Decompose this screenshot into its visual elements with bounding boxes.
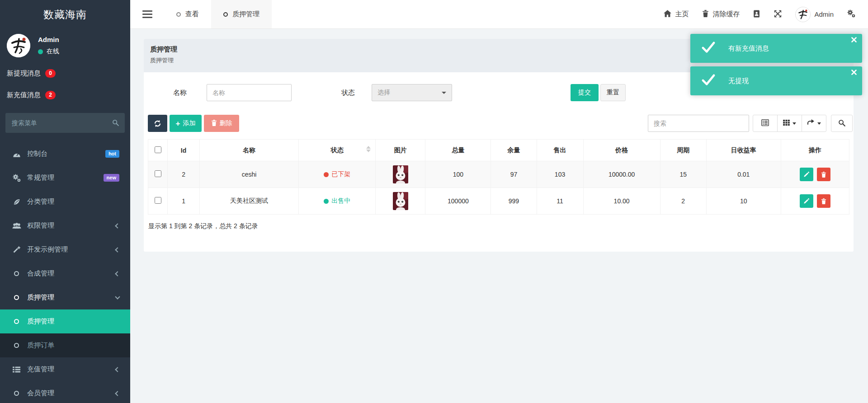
row-delete-button[interactable] xyxy=(817,168,830,181)
sidebar-item-synthesis[interactable]: 合成管理 xyxy=(0,262,130,286)
reset-button[interactable]: 重置 xyxy=(600,84,626,101)
docs-icon xyxy=(753,10,760,19)
home-link[interactable]: 主页 xyxy=(664,10,689,19)
table-view-buttons xyxy=(753,115,826,132)
status-filter-label: 状态 xyxy=(325,84,355,101)
tab-label: 查看 xyxy=(185,10,199,19)
fullscreen-button[interactable] xyxy=(774,10,782,19)
edit-button[interactable] xyxy=(800,194,813,208)
toast-withdraw[interactable]: 无提现 xyxy=(690,66,862,95)
leaf-icon xyxy=(12,198,21,206)
cell-cycle: 2 xyxy=(660,188,706,215)
toast-recharge[interactable]: 有新充值消息 xyxy=(690,34,862,63)
status-dot-icon xyxy=(324,199,329,204)
recharge-notice-link[interactable]: 新充值消息 2 xyxy=(0,84,130,106)
sidebar-item-recharge[interactable]: 充值管理 xyxy=(0,357,130,381)
check-icon xyxy=(701,74,716,88)
detail-view-button[interactable] xyxy=(753,115,778,132)
refresh-button[interactable] xyxy=(148,115,167,132)
col-remain: 余量 xyxy=(491,140,537,161)
advanced-search-button[interactable] xyxy=(831,115,853,132)
sidebar-item-dev-demo[interactable]: 开发示例管理 xyxy=(0,238,130,262)
home-label: 主页 xyxy=(675,10,689,19)
select-all-checkbox[interactable] xyxy=(155,146,161,153)
withdraw-notice-link[interactable]: 新提现消息 0 xyxy=(0,62,130,84)
app-brand: 数藏海南 xyxy=(0,0,130,29)
close-icon[interactable] xyxy=(851,37,857,42)
columns-button[interactable] xyxy=(777,115,802,132)
submit-button[interactable]: 提交 xyxy=(571,84,599,101)
users-icon xyxy=(12,222,21,229)
sidebar-item-pledge-manage[interactable]: 质押管理 xyxy=(0,309,130,333)
select-all-cell xyxy=(148,140,168,161)
sidebar-item-general[interactable]: 常规管理 new xyxy=(0,166,130,190)
pledge-submenu: 质押管理 质押订单 xyxy=(0,309,130,357)
menu-label: 开发示例管理 xyxy=(27,245,68,254)
user-menu[interactable]: Admin xyxy=(795,7,834,22)
cell-remain: 999 xyxy=(491,188,537,215)
cell-rate: 0.01 xyxy=(706,161,781,188)
menu-search-input[interactable] xyxy=(5,113,125,133)
delete-button[interactable]: 删除 xyxy=(204,115,239,132)
name-filter-label: 名称 xyxy=(162,84,187,101)
row-checkbox[interactable] xyxy=(155,170,161,177)
add-button[interactable]: + 添加 xyxy=(170,115,202,132)
cell-price: 10.00 xyxy=(583,188,660,215)
menu-label: 分类管理 xyxy=(27,197,54,206)
hot-badge: hot xyxy=(105,150,119,158)
tab-label: 质押管理 xyxy=(232,10,259,19)
record-summary: 显示第 1 到第 2 条记录，总共 2 条记录 xyxy=(148,222,258,230)
export-button[interactable] xyxy=(802,115,826,132)
product-image[interactable] xyxy=(393,192,408,210)
status-filter-select[interactable]: 选择 xyxy=(372,84,452,101)
online-label: 在线 xyxy=(47,47,59,56)
cell-image xyxy=(376,161,425,188)
close-icon[interactable] xyxy=(851,70,857,75)
clear-cache-link[interactable]: 清除缓存 xyxy=(702,10,740,19)
search-icon xyxy=(838,119,845,128)
check-icon xyxy=(701,41,716,56)
trash-icon xyxy=(211,120,217,127)
sidebar-item-permission[interactable]: 权限管理 xyxy=(0,214,130,238)
sidebar: 数藏海南 Admin 在线 新提现消息 0 新充值消息 2 控制台 hot xyxy=(0,0,130,403)
col-status[interactable]: 状态 xyxy=(299,140,376,161)
sidebar-item-category[interactable]: 分类管理 xyxy=(0,190,130,214)
cogs-icon xyxy=(12,174,21,182)
menu-label: 常规管理 xyxy=(27,173,54,182)
table-search-input[interactable] xyxy=(648,115,749,132)
col-image: 图片 xyxy=(376,140,425,161)
status-dot-icon xyxy=(324,172,329,177)
table-row: 2 ceshi 已下架 100 97 103 10000.00 15 0.01 xyxy=(148,161,849,188)
settings-button[interactable] xyxy=(847,9,855,19)
col-daily-rate: 日收益率 xyxy=(706,140,781,161)
withdraw-notice-badge: 0 xyxy=(45,69,56,78)
sidebar-item-pledge-orders[interactable]: 质押订单 xyxy=(0,333,130,357)
cell-status: 已下架 xyxy=(299,161,376,188)
columns-grid-icon xyxy=(783,119,790,127)
export-icon xyxy=(807,119,815,127)
product-image[interactable] xyxy=(393,165,408,183)
name-filter-input[interactable] xyxy=(207,84,292,101)
docs-button[interactable] xyxy=(753,10,760,19)
col-price: 价格 xyxy=(583,140,660,161)
edit-button[interactable] xyxy=(800,168,813,181)
toast-container: 有新充值消息 无提现 xyxy=(690,34,862,95)
row-delete-button[interactable] xyxy=(817,194,830,208)
withdraw-notice-label: 新提现消息 xyxy=(7,69,41,78)
tab-view[interactable]: 查看 xyxy=(164,0,211,28)
chevron-left-icon xyxy=(115,271,120,276)
menu-label: 质押订单 xyxy=(27,341,54,350)
caret-down-icon xyxy=(442,92,446,94)
user-status: 在线 xyxy=(38,47,59,56)
sidebar-menu: 控制台 hot 常规管理 new 分类管理 权限管理 开发示例管理 合成管理 xyxy=(0,142,130,403)
cell-id: 2 xyxy=(168,161,200,188)
tab-pledge-manage[interactable]: 质押管理 xyxy=(211,0,272,28)
cell-name: ceshi xyxy=(200,161,299,188)
home-icon xyxy=(664,10,671,19)
sidebar-item-pledge[interactable]: 质押管理 xyxy=(0,286,130,309)
sidebar-item-members[interactable]: 会员管理 xyxy=(0,381,130,403)
sidebar-toggle-button[interactable] xyxy=(142,0,152,28)
dashboard-icon xyxy=(12,150,21,158)
sidebar-item-dashboard[interactable]: 控制台 hot xyxy=(0,142,130,166)
row-checkbox[interactable] xyxy=(155,197,161,204)
